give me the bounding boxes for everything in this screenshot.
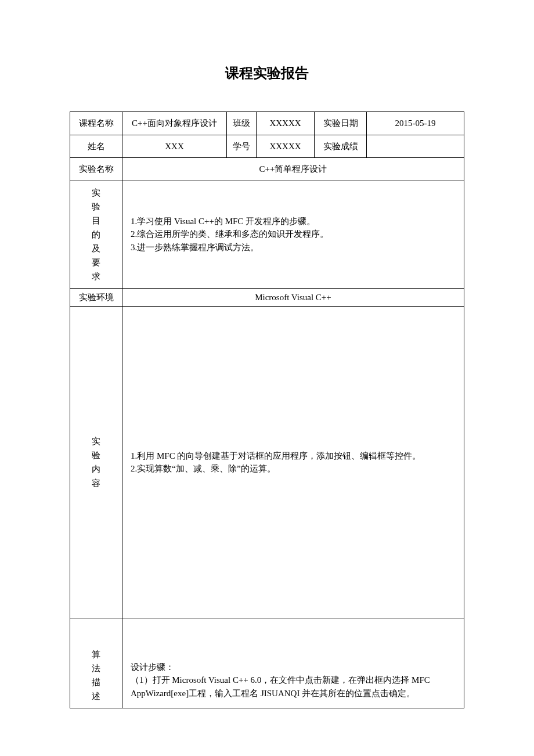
purpose-content: 1.学习使用 Visual C++的 MFC 开发程序的步骤。 2.综合运用所学… [122,181,464,288]
id-label: 学号 [227,135,257,158]
table-row: 课程名称 C++面向对象程序设计 班级 XXXXX 实验日期 2015-05-1… [70,112,464,135]
purpose-char: 求 [76,269,116,283]
table-row: 姓名 XXX 学号 XXXXX 实验成绩 [70,135,464,158]
table-row: 实验名称 C++简单程序设计 [70,158,464,181]
score-label: 实验成绩 [315,135,367,158]
name-value: XXX [122,135,227,158]
table-row: 算 法 描 述 设计步骤： （1）打开 Microsoft Visual C++… [70,618,464,708]
table-row: 实 验 目 的 及 要 求 1.学习使用 Visual C++的 MFC 开发程… [70,181,464,288]
content-line: 2.实现算数“加、减、乘、除”的运算。 [131,462,456,476]
purpose-char: 目 [76,214,116,228]
algorithm-content: 设计步骤： （1）打开 Microsoft Visual C++ 6.0，在文件… [122,618,464,708]
env-value: Microsoft Visual C++ [122,288,464,307]
purpose-line: 3.进一步熟练掌握程序调试方法。 [131,241,456,254]
exp-name-label: 实验名称 [70,158,122,181]
report-table: 课程名称 C++面向对象程序设计 班级 XXXXX 实验日期 2015-05-1… [70,111,464,708]
algorithm-char: 法 [76,661,116,675]
algorithm-char: 描 [76,675,116,689]
algorithm-char: 算 [76,647,116,661]
algorithm-label: 算 法 描 述 [70,618,122,708]
name-label: 姓名 [70,135,122,158]
content-line: 1.利用 MFC 的向导创建基于对话框的应用程序，添加按钮、编辑框等控件。 [131,449,456,463]
purpose-label: 实 验 目 的 及 要 求 [70,181,122,288]
purpose-char: 的 [76,228,116,242]
date-label: 实验日期 [315,112,367,135]
algorithm-char: 述 [76,689,116,703]
document-title: 课程实验报告 [70,64,464,82]
class-value: XXXXX [257,112,315,135]
content-content: 1.利用 MFC 的向导创建基于对话框的应用程序，添加按钮、编辑框等控件。 2.… [122,307,464,618]
purpose-char: 及 [76,242,116,255]
date-value: 2015-05-19 [367,112,464,135]
purpose-char: 要 [76,255,116,269]
id-value: XXXXX [257,135,315,158]
content-char: 实 [78,434,114,448]
table-row: 实验环境 Microsoft Visual C++ [70,288,464,307]
content-char: 验 [78,448,114,462]
class-label: 班级 [227,112,257,135]
score-value [367,135,464,158]
purpose-line: 1.学习使用 Visual C++的 MFC 开发程序的步骤。 [131,215,456,228]
content-char: 内 [78,462,114,476]
content-char: 容 [78,476,114,490]
purpose-line: 2.综合运用所学的类、继承和多态的知识开发程序。 [131,228,456,241]
purpose-char: 实 [76,186,116,200]
purpose-char: 验 [76,200,116,214]
algorithm-line: （1）打开 Microsoft Visual C++ 6.0，在文件中点击新建，… [131,674,456,700]
exp-name-value: C++简单程序设计 [122,158,464,181]
course-label: 课程名称 [70,112,122,135]
content-label: 实 验 内 容 [70,307,122,618]
table-row: 实 验 内 容 1.利用 MFC 的向导创建基于对话框的应用程序，添加按钮、编辑… [70,307,464,618]
algorithm-line: 设计步骤： [131,661,456,674]
course-value: C++面向对象程序设计 [122,112,227,135]
env-label: 实验环境 [70,288,122,307]
